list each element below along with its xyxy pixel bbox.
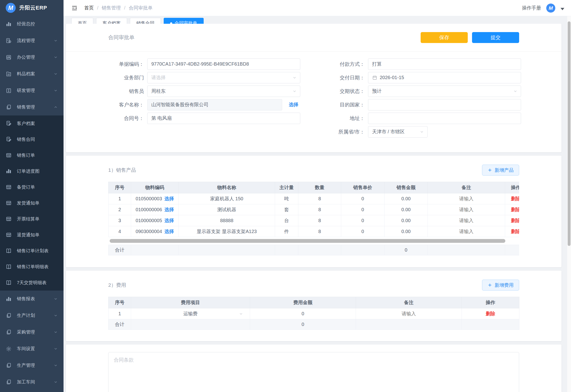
tab-contract-approval[interactable]: 合同审批单	[164, 18, 204, 24]
page-vscrollbar-thumb[interactable]	[568, 21, 571, 246]
products-hscrollbar-thumb[interactable]	[110, 239, 505, 243]
doc-code-input[interactable]	[147, 58, 300, 70]
choose-material-link[interactable]: 选择	[165, 218, 174, 223]
user-menu-caret-icon[interactable]	[560, 8, 564, 10]
cell-name: 家庭机器人 150	[179, 193, 275, 204]
delete-row-link[interactable]: 删除	[511, 218, 519, 223]
address-input[interactable]	[368, 112, 521, 124]
cell-qty[interactable]: 8	[298, 226, 341, 237]
tab-customer-archive[interactable]: 客户档案	[96, 18, 127, 24]
fee-row: 1 运输费 0 删除	[108, 308, 519, 319]
sidebar-item-label: 办公管理	[17, 54, 35, 60]
form-actions: 保存 提交	[421, 32, 519, 43]
cell-action: 删除	[505, 226, 519, 237]
sidebar-item-stock-order[interactable]: 备货订单	[0, 179, 63, 195]
remark-input[interactable]	[361, 311, 456, 316]
sidebar-item-sales-contract[interactable]: 销售合同	[0, 131, 63, 147]
customer-choose-link[interactable]: 选择	[289, 101, 298, 108]
choose-material-link[interactable]: 选择	[165, 229, 174, 234]
calendar-icon	[372, 75, 377, 80]
breadcrumb-home[interactable]: 首页	[84, 5, 94, 11]
cell-qty[interactable]: 8	[298, 193, 341, 204]
sidebar-item-office-mgmt[interactable]: 办公管理	[0, 49, 63, 66]
form-col-right: 付款方式： 交付日期： 2026-01-15 交期状态：	[327, 57, 521, 139]
sidebar-item-customer-archive[interactable]: 客户档案	[0, 115, 63, 131]
main-area: 首页 / 销售管理 / 合同审批单 操作手册 M 首页 客户档案 销售合同	[63, 0, 571, 392]
breadcrumb-sales-mgmt[interactable]: 销售管理	[102, 5, 121, 11]
gear-icon	[6, 346, 12, 352]
delivery-date-picker[interactable]: 2026-01-15	[368, 72, 521, 84]
submit-button[interactable]: 提交	[472, 32, 519, 43]
cell-qty[interactable]: 8	[298, 215, 341, 226]
sidebar-item-production-plan[interactable]: 生产计划	[0, 307, 63, 324]
sidebar-item-invoice-settlement[interactable]: 开票结算单	[0, 211, 63, 227]
menu-fold-icon[interactable]	[71, 5, 77, 11]
province-cascader[interactable]: 天津市 / 市辖区	[368, 126, 428, 138]
total-label: 合计	[108, 245, 131, 255]
choose-material-link[interactable]: 选择	[165, 207, 174, 212]
chevron-down-icon	[54, 72, 58, 76]
dest-country-input[interactable]	[368, 99, 521, 111]
chevron-down-icon	[292, 89, 297, 93]
sidebar-item-return-notice[interactable]: 退货通知单	[0, 227, 63, 243]
cell-qty[interactable]: 8	[298, 204, 341, 215]
sidebar-item-workshop-settings[interactable]: 车间设置	[0, 340, 63, 357]
delete-row-link[interactable]: 删除	[511, 207, 519, 212]
products-header-row: 序号 物料编码 物料名称 主计量 数量 销售单价 销售金额 备注 操作	[108, 182, 519, 193]
bar-chart-icon	[6, 296, 12, 302]
sidebar-item-processing-workshop[interactable]: 加工车间	[0, 374, 63, 390]
cell-remark	[356, 308, 462, 319]
add-fee-button[interactable]: 新增费用	[482, 280, 519, 291]
save-button[interactable]: 保存	[421, 32, 468, 43]
choose-material-link[interactable]: 选择	[165, 196, 174, 201]
contract-terms-textarea[interactable]	[108, 352, 519, 392]
contract-no-input[interactable]	[147, 112, 300, 124]
cell-price[interactable]: 0	[341, 204, 384, 215]
content: 合同审批单 保存 提交 单据编码： 业务部门	[63, 24, 571, 392]
sidebar-item-sales-report[interactable]: 销售报表	[0, 291, 63, 307]
cell-fee-amount[interactable]: 0	[250, 308, 356, 319]
sidebar-item-sales-mgmt[interactable]: 销售管理	[0, 99, 63, 115]
tab-sales-contract[interactable]: 销售合同	[130, 18, 161, 24]
delete-fee-link[interactable]: 删除	[486, 311, 495, 316]
sidebar-item-production-mgmt[interactable]: 生产管理	[0, 357, 63, 374]
cell-seq: 3	[108, 215, 131, 226]
department-label: 业务部门	[106, 74, 147, 81]
cell-price[interactable]: 0	[341, 193, 384, 204]
sidebar-item-process-mgmt[interactable]: 流程管理	[0, 32, 63, 49]
delete-row-link[interactable]: 删除	[511, 196, 519, 201]
cell-price[interactable]: 0	[341, 226, 384, 237]
payment-input[interactable]	[368, 58, 521, 70]
avatar[interactable]: M	[546, 4, 555, 13]
sidebar-item-purchase-mgmt[interactable]: 采购管理	[0, 324, 63, 340]
remark-input[interactable]	[432, 207, 501, 212]
remark-input[interactable]	[432, 229, 501, 234]
app-logo: M 升阳云ERP	[0, 0, 63, 16]
sidebar-item-rd-mgmt[interactable]: 研发管理	[0, 82, 63, 99]
sidebar-item-business-overview[interactable]: 经营总控	[0, 16, 63, 32]
cell-price[interactable]: 0	[341, 215, 384, 226]
cell-code: 0100000006选择	[131, 204, 179, 215]
sidebar-item-sales-order[interactable]: 销售订单	[0, 147, 63, 163]
salesman-label: 销售员	[106, 88, 147, 95]
salesman-select[interactable]: 周桂东	[147, 85, 300, 97]
remark-input[interactable]	[432, 218, 501, 223]
sidebar-item-material-archive[interactable]: 料品档案	[0, 66, 63, 82]
manual-link[interactable]: 操作手册	[522, 5, 541, 11]
address-label: 地址：	[327, 115, 368, 122]
add-product-button[interactable]: 新增产品	[482, 165, 519, 176]
tab-label: 首页	[78, 20, 87, 24]
sidebar-item-shipping-notice[interactable]: 发货通知单	[0, 195, 63, 211]
sidebar-item-7day-delivery-report[interactable]: 7天交货明细表	[0, 275, 63, 291]
sidebar-item-order-detail-report[interactable]: 销售订单明细表	[0, 259, 63, 275]
fee-item-select[interactable]: 运输费	[131, 308, 250, 319]
department-select[interactable]: 请选择	[147, 72, 300, 84]
tab-label: 销售合同	[136, 20, 154, 24]
sidebar-item-order-plan-report[interactable]: 销售订单计划表	[0, 243, 63, 259]
remark-input[interactable]	[432, 196, 501, 201]
pages-icon	[6, 329, 12, 335]
delivery-status-select[interactable]: 预计	[368, 85, 521, 97]
sidebar-item-order-progress[interactable]: 订单进度图	[0, 163, 63, 179]
tab-home[interactable]: 首页	[71, 18, 93, 24]
delete-row-link[interactable]: 删除	[511, 229, 519, 234]
